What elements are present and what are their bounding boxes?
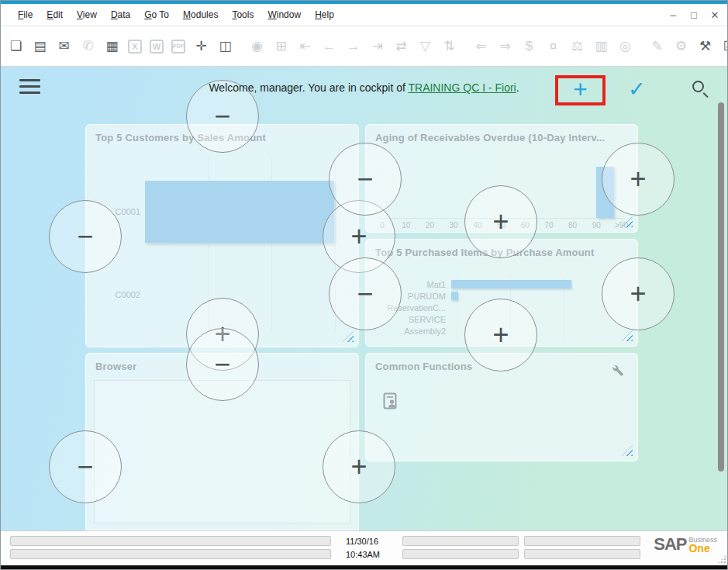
search-lens (692, 81, 704, 92)
lock-screen-icon[interactable]: ◫ (217, 38, 233, 54)
tick-label: 10 (401, 221, 412, 230)
chart-plot (145, 157, 353, 333)
status-time: 10:43AM (346, 550, 380, 559)
previous-document-icon: ⇐ (473, 38, 489, 54)
vertical-scrollbar[interactable] (718, 102, 724, 472)
hotspot-remove-browser[interactable]: − (186, 328, 259, 401)
chart-row: Mat1 (374, 278, 631, 290)
menu-view[interactable]: View (70, 6, 104, 23)
window-resize-grip[interactable] (717, 554, 726, 564)
welcome-text: Welcome, manager. You are in cockpit of (209, 81, 408, 94)
cockpit-area: Welcome, manager. You are in cockpit of … (0, 67, 728, 530)
hotspot-remove-left[interactable]: − (49, 200, 122, 273)
sap-logo-text: SAP (654, 536, 686, 553)
hotspot-remove-browser-left[interactable]: − (49, 430, 122, 503)
toolbar-group-documents: ⇐ ⇒ $ ¤ ⚖ ▥ ◎ (473, 38, 633, 54)
hotspot-remove-aging-left[interactable]: − (329, 143, 402, 216)
fax-icon[interactable]: ▦ (104, 38, 120, 54)
sap-business-one-window: File Edit View Data Go To Modules Tools … (0, 0, 728, 570)
status-message-field (10, 549, 331, 559)
resize-handle[interactable] (343, 331, 354, 342)
alerts-icon[interactable]: ☑ (721, 38, 728, 54)
gridline (380, 156, 625, 157)
bar-mat1[interactable] (451, 280, 571, 288)
toolbar: ❏ ▤ ✉ ✆ ▦ X W PDF ✛ ◫ ◉ ⊞ ⇤ ← → ⇥ ⇄ ▽ ⇅ … (0, 26, 728, 67)
plus-icon: + (630, 280, 646, 308)
minus-icon: − (77, 453, 93, 481)
widget-title: Aging of Receivables Overdue (10-Day Int… (375, 132, 606, 143)
menu-data[interactable]: Data (104, 6, 137, 23)
status-date: 11/30/16 (346, 537, 378, 546)
business-partner-icon[interactable] (383, 392, 399, 409)
resize-handle[interactable] (622, 445, 633, 456)
bar-puruom[interactable] (451, 292, 458, 300)
menu-window[interactable]: Window (260, 6, 308, 23)
status-field (524, 549, 640, 559)
bar-c0001[interactable] (145, 181, 334, 243)
add-record-icon: ⊞ (273, 38, 289, 54)
customization-tools-icon[interactable]: ⚒ (697, 38, 713, 54)
menu-edit[interactable]: Edit (40, 6, 70, 23)
menu-tools[interactable]: Tools (225, 6, 260, 23)
plus-icon: + (350, 223, 367, 250)
menu-help[interactable]: Help (308, 6, 341, 23)
hotspot-add-browser-right[interactable]: + (323, 430, 395, 503)
window-controls: – □ ✕ (666, 9, 722, 22)
first-record-icon: ⇤ (297, 38, 313, 54)
status-field (402, 536, 519, 546)
menu-file[interactable]: File (11, 6, 40, 23)
status-field (524, 536, 640, 546)
plus-icon: + (630, 165, 646, 193)
minimize-button[interactable]: – (666, 9, 680, 22)
search-icon[interactable] (692, 80, 710, 98)
widget-title: Common Functions (375, 361, 472, 372)
print-icon[interactable]: ▤ (32, 38, 48, 54)
menu-modules[interactable]: Modules (176, 6, 225, 23)
journal-entry-icon: ▥ (593, 38, 609, 54)
menu-goto[interactable]: Go To (137, 6, 176, 23)
payment-means-icon: $ (521, 38, 537, 54)
volume-weight-icon: ⚖ (569, 38, 585, 54)
gross-profit-icon: ¤ (545, 38, 561, 54)
minus-icon: − (214, 351, 230, 378)
status-message-field (10, 536, 331, 546)
edit-icon: ✎ (649, 38, 665, 54)
form-settings-icon: ⚙ (673, 38, 689, 54)
transaction-journal-icon: ◎ (617, 38, 633, 54)
menu-bar: File Edit View Data Go To Modules Tools … (0, 4, 728, 26)
add-widget-button[interactable]: + (573, 78, 587, 102)
widget-title: Browser (95, 361, 136, 372)
hotspot-add-below-aging[interactable]: + (464, 185, 537, 258)
tick-label: 90 (591, 221, 602, 230)
hotspot-remove-purchased-left[interactable]: − (329, 257, 402, 330)
hotspot-add-below-purchased[interactable]: + (464, 299, 537, 371)
bottom-edge (0, 565, 728, 570)
refresh-icon: ⇄ (393, 38, 409, 54)
maximize-button[interactable]: □ (687, 9, 701, 22)
cockpit-link[interactable]: TRAINING QC I - Fiori (408, 81, 516, 94)
find-icon: ◉ (249, 38, 265, 54)
sms-icon: ✆ (80, 38, 96, 54)
search-handle (703, 92, 709, 98)
next-record-icon: → (345, 38, 361, 54)
previous-record-icon: ← (321, 38, 337, 54)
category-label: C0002 (97, 290, 140, 299)
export-pdf-icon: PDF (171, 40, 185, 54)
email-icon[interactable]: ✉ (56, 38, 72, 54)
minus-icon: − (214, 102, 230, 130)
toolbar-group-output: ❏ ▤ ✉ ✆ ▦ X W PDF ✛ ◫ (8, 38, 233, 54)
wrench-icon[interactable] (611, 364, 625, 378)
close-button[interactable]: ✕ (708, 9, 722, 22)
print-preview-icon[interactable]: ❏ (8, 38, 24, 54)
next-document-icon: ⇒ (497, 38, 513, 54)
minus-icon: − (357, 280, 373, 308)
hotspot-add-purchased-right[interactable]: + (602, 257, 675, 330)
menu-icon[interactable] (19, 79, 40, 96)
confirm-button[interactable]: ✓ (628, 77, 646, 102)
hotspot-add-aging-right[interactable]: + (602, 143, 675, 216)
red-highlight-box: + (555, 75, 606, 105)
tick-label: 80 (568, 221, 578, 230)
status-bar: 11/30/16 10:43AM SAP Business One (0, 530, 728, 565)
category-label: Assembly2 (374, 326, 451, 336)
move-icon[interactable]: ✛ (193, 38, 209, 54)
